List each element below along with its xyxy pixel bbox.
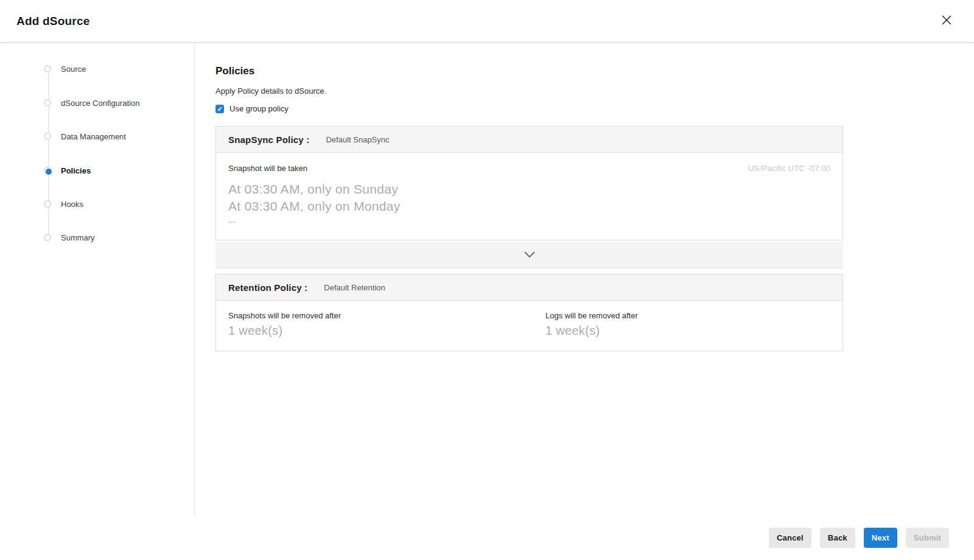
step-label: Policies <box>61 166 91 175</box>
schedule-line: At 03:30 AM, only on Sunday <box>228 181 830 198</box>
logs-retention-column: Logs will be removed after 1 week(s) <box>545 311 638 338</box>
page-subtitle: Apply Policy details to dSource. <box>215 86 843 96</box>
step-label: Source <box>61 65 86 74</box>
snapsync-policy-value: Default SnapSync <box>326 135 389 144</box>
snapshots-retention-column: Snapshots will be removed after 1 week(s… <box>228 311 545 338</box>
snapshot-schedule-label: Snapshot will be taken <box>228 164 307 173</box>
snapsync-expander-bar[interactable] <box>215 242 843 268</box>
submit-button[interactable]: Submit <box>906 528 949 548</box>
cancel-button[interactable]: Cancel <box>769 528 811 548</box>
stepper-item-source[interactable]: Source <box>44 64 86 74</box>
stepper-item-dsource-configuration[interactable]: dSource Configuration <box>44 98 139 108</box>
retention-policy-title: Retention Policy : <box>228 282 307 293</box>
page-title: Policies <box>215 65 843 77</box>
step-circle-icon <box>44 234 51 241</box>
stepper-item-summary[interactable]: Summary <box>44 233 95 242</box>
snapshots-retention-label: Snapshots will be removed after <box>228 311 545 320</box>
stepper-item-data-management[interactable]: Data Management <box>44 131 126 141</box>
snapsync-policy-header: SnapSync Policy : Default SnapSync <box>216 127 843 153</box>
wizard-footer-actions: Cancel Back Next Submit <box>769 528 949 548</box>
step-label: dSource Configuration <box>61 99 139 108</box>
step-label: Hooks <box>61 200 83 209</box>
step-circle-icon <box>44 133 51 140</box>
step-label: Data Management <box>61 132 126 141</box>
dialog-body: Source dSource Configuration Data Manage… <box>0 43 974 517</box>
step-label: Summary <box>61 233 95 242</box>
wizard-stepper: Source dSource Configuration Data Manage… <box>0 43 195 516</box>
dialog-title: Add dSource <box>16 15 89 28</box>
back-button[interactable]: Back <box>820 528 855 548</box>
schedule-ellipsis: ... <box>228 215 830 225</box>
use-group-policy-row[interactable]: ✓ Use group policy <box>215 104 289 113</box>
close-icon <box>941 14 953 28</box>
policies-panel: Policies Apply Policy details to dSource… <box>195 43 843 517</box>
snapsync-policy-box: SnapSync Policy : Default SnapSync Snaps… <box>215 126 843 240</box>
step-circle-icon <box>44 200 51 208</box>
schedule-line: At 03:30 AM, only on Monday <box>228 198 830 215</box>
snapsync-policy-title: SnapSync Policy : <box>228 135 309 145</box>
next-button[interactable]: Next <box>864 528 897 548</box>
stepper-connector-line <box>48 69 49 237</box>
logs-retention-label: Logs will be removed after <box>545 311 638 320</box>
step-circle-icon <box>44 65 51 72</box>
checkbox-checked-icon[interactable]: ✓ <box>215 105 224 113</box>
chevron-down-icon <box>524 250 536 261</box>
snapsync-policy-body: Snapshot will be taken US/Pacific UTC -0… <box>216 153 843 240</box>
timezone-label: US/Pacific UTC -07:00 <box>748 164 830 173</box>
retention-policy-body: Snapshots will be removed after 1 week(s… <box>216 301 843 351</box>
snapshots-retention-value: 1 week(s) <box>228 323 545 338</box>
step-active-circle-icon <box>44 167 51 174</box>
use-group-policy-label: Use group policy <box>229 104 289 113</box>
retention-policy-header: Retention Policy : Default Retention <box>216 275 843 301</box>
close-button[interactable] <box>937 12 956 30</box>
dialog-header: Add dSource <box>0 0 974 43</box>
stepper-item-policies[interactable]: Policies <box>44 166 91 175</box>
stepper-item-hooks[interactable]: Hooks <box>44 199 83 209</box>
retention-policy-value: Default Retention <box>324 283 385 292</box>
step-circle-icon <box>44 99 51 107</box>
logs-retention-value: 1 week(s) <box>545 323 638 338</box>
retention-policy-box: Retention Policy : Default Retention Sna… <box>215 274 843 351</box>
